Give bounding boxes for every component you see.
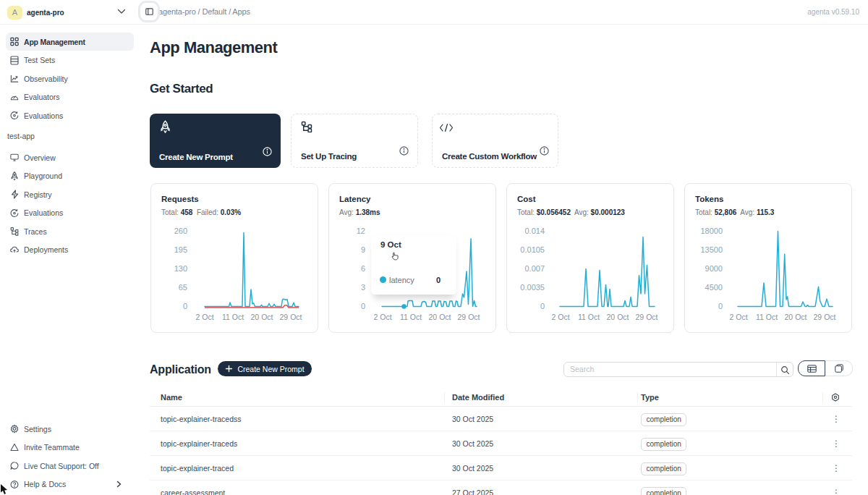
svg-text:0: 0	[540, 302, 545, 310]
svg-text:0.0105: 0.0105	[520, 245, 545, 254]
svg-text:9000: 9000	[705, 264, 723, 273]
svg-text:0: 0	[718, 302, 723, 310]
svg-text:2 Oct: 2 Oct	[551, 313, 569, 321]
svg-text:11 Oct: 11 Oct	[756, 313, 778, 321]
svg-text:0.0035: 0.0035	[520, 283, 545, 292]
svg-text:2 Oct: 2 Oct	[729, 313, 747, 321]
svg-text:20 Oct: 20 Oct	[785, 313, 807, 321]
svg-text:11 Oct: 11 Oct	[578, 313, 600, 321]
svg-text:0.014: 0.014	[524, 227, 545, 235]
svg-text:65: 65	[179, 283, 187, 292]
svg-text:6: 6	[361, 264, 365, 273]
svg-text:13500: 13500	[700, 245, 723, 254]
svg-text:130: 130	[174, 264, 187, 273]
svg-text:29 Oct: 29 Oct	[636, 313, 658, 321]
svg-text:20 Oct: 20 Oct	[251, 313, 273, 321]
svg-text:2 Oct: 2 Oct	[195, 313, 213, 321]
svg-text:3: 3	[361, 283, 365, 292]
svg-text:18000: 18000	[700, 227, 723, 235]
svg-text:12: 12	[357, 227, 365, 235]
svg-text:195: 195	[174, 245, 187, 254]
svg-text:2 Oct: 2 Oct	[373, 313, 391, 321]
svg-text:11 Oct: 11 Oct	[222, 313, 244, 321]
svg-text:260: 260	[174, 227, 187, 235]
svg-text:4500: 4500	[705, 283, 723, 292]
svg-text:0: 0	[361, 302, 365, 310]
svg-text:11 Oct: 11 Oct	[400, 313, 422, 321]
svg-text:29 Oct: 29 Oct	[280, 313, 302, 321]
svg-text:29 Oct: 29 Oct	[458, 313, 480, 321]
svg-text:0.007: 0.007	[524, 264, 545, 273]
svg-text:20 Oct: 20 Oct	[429, 313, 451, 321]
svg-text:29 Oct: 29 Oct	[814, 313, 836, 321]
svg-text:9: 9	[361, 245, 365, 254]
svg-text:20 Oct: 20 Oct	[607, 313, 629, 321]
svg-text:0: 0	[183, 302, 187, 310]
